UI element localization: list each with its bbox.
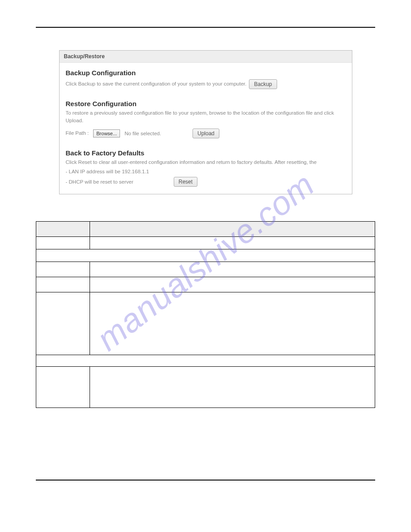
bottom-horizontal-rule: [36, 480, 375, 481]
filepath-label: File Path :: [66, 129, 89, 137]
defaults-heading: Back to Factory Defaults: [66, 149, 346, 157]
backup-description: Click Backup to save the current configu…: [66, 80, 247, 88]
table-row: [36, 277, 375, 292]
table-row: [36, 249, 375, 262]
reset-button[interactable]: Reset: [174, 177, 197, 187]
defaults-description: Click Reset to clear all user-entered co…: [66, 159, 346, 166]
defaults-line-dhcp: - DHCP will be reset to server: [66, 179, 133, 184]
backup-button[interactable]: Backup: [249, 79, 277, 89]
browse-button[interactable]: Browse...: [93, 129, 120, 137]
table-header-cell: [36, 221, 90, 236]
backup-heading: Backup Configuration: [66, 69, 346, 77]
table-header-cell: [90, 221, 375, 236]
defaults-line-lan: - LAN IP address will be 192.168.1.1: [66, 169, 346, 174]
panel-title: Backup/Restore: [60, 51, 352, 63]
top-horizontal-rule: [36, 27, 375, 28]
table-row: [36, 366, 375, 408]
table-row: [36, 236, 375, 249]
upload-button[interactable]: Upload: [193, 129, 219, 138]
table-header-row: [36, 221, 375, 236]
backup-restore-panel: Backup/Restore Backup Configuration Clic…: [59, 50, 352, 194]
empty-table: [36, 221, 375, 408]
panel-body: Backup Configuration Click Backup to sav…: [60, 63, 352, 194]
no-file-selected-text: No file selected.: [124, 131, 161, 136]
restore-description: To restore a previously saved configurat…: [66, 109, 346, 125]
table-row: [36, 262, 375, 277]
table-row: [36, 355, 375, 366]
restore-heading: Restore Configuration: [66, 100, 346, 107]
table-row: [36, 292, 375, 355]
